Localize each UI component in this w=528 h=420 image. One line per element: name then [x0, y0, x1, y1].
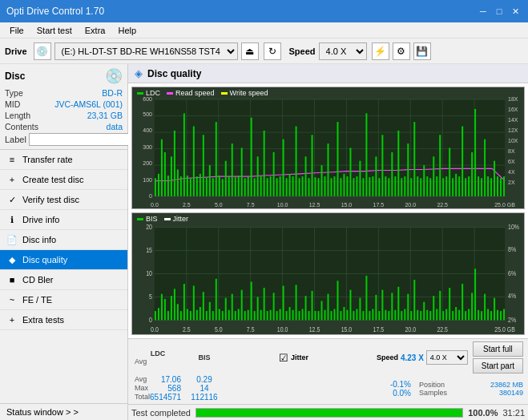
legend-jitter: Jitter: [164, 215, 189, 223]
sidebar-item-disc-quality[interactable]: ◆ Disc quality: [0, 250, 127, 270]
svg-text:17.5: 17.5: [373, 326, 385, 334]
svg-rect-171: [155, 311, 156, 320]
svg-rect-222: [318, 311, 320, 320]
svg-rect-225: [328, 294, 329, 321]
svg-rect-244: [388, 311, 389, 320]
svg-text:20: 20: [146, 223, 152, 231]
start-part-button[interactable]: Start part: [473, 358, 523, 374]
svg-rect-258: [433, 296, 434, 320]
svg-rect-261: [442, 311, 444, 320]
svg-rect-44: [238, 176, 240, 196]
bis-column: BIS: [184, 353, 224, 361]
svg-rect-71: [324, 176, 326, 196]
svg-rect-106: [436, 176, 437, 196]
svg-rect-180: [183, 284, 185, 320]
maximize-button[interactable]: □: [493, 5, 506, 18]
drive-bar: Drive 💿 (E:) HL-DT-ST BD-RE WH16NS58 TST…: [0, 38, 528, 64]
svg-rect-85: [369, 177, 370, 196]
sidebar-item-fe-te[interactable]: ~ FE / TE: [0, 290, 127, 310]
svg-rect-104: [429, 178, 431, 196]
speed-select[interactable]: 4.0 X MAX 8.0 X: [319, 42, 367, 60]
sidebar-item-extra-tests[interactable]: + Extra tests: [0, 310, 127, 330]
svg-rect-96: [404, 176, 405, 196]
eject-button[interactable]: ⏏: [241, 42, 259, 60]
speed-set-button[interactable]: ⚡: [372, 42, 389, 60]
svg-rect-69: [318, 178, 320, 196]
menu-file[interactable]: File: [3, 25, 30, 36]
menu-start-test[interactable]: Start test: [30, 25, 79, 36]
sidebar-item-verify-test-disc[interactable]: ✓ Verify test disc: [0, 190, 127, 210]
svg-rect-223: [321, 301, 323, 320]
svg-rect-259: [436, 309, 437, 321]
svg-rect-75: [337, 122, 338, 196]
speed-value-stats: 4.23 X: [401, 353, 424, 362]
sidebar-item-disc-info[interactable]: 📄 Disc info: [0, 230, 127, 250]
cd-bler-icon: ■: [6, 274, 18, 285]
svg-text:0.0: 0.0: [151, 326, 159, 334]
speed-label-stats: Speed: [377, 353, 398, 361]
svg-rect-278: [497, 310, 498, 321]
position-section: Position 23862 MB Samples 380149: [419, 381, 523, 397]
create-test-disc-icon: +: [6, 174, 18, 185]
menu-help[interactable]: Help: [111, 25, 143, 36]
status-window-button[interactable]: Status window > >: [0, 403, 127, 420]
svg-rect-103: [426, 176, 428, 196]
svg-text:5: 5: [149, 293, 152, 301]
svg-rect-77: [343, 174, 345, 196]
speed-select-stats[interactable]: 4.0 X: [426, 350, 468, 365]
svg-text:12.5: 12.5: [309, 201, 320, 208]
ldc-header: LDC: [133, 349, 183, 357]
legend-read-speed-dot: [167, 92, 173, 95]
svg-text:8%: 8%: [508, 245, 516, 253]
save-button[interactable]: 💾: [413, 42, 431, 60]
svg-rect-83: [362, 178, 364, 196]
svg-rect-54: [270, 176, 272, 196]
jitter-checkbox[interactable]: ☑: [279, 352, 288, 364]
sidebar-item-label: Disc info: [22, 235, 56, 244]
svg-text:4X: 4X: [508, 168, 515, 176]
sidebar-item-drive-info[interactable]: ℹ Drive info: [0, 210, 127, 230]
disc-panel-icon: 💿: [105, 67, 123, 85]
svg-rect-97: [407, 143, 409, 196]
svg-rect-238: [369, 311, 370, 320]
speed-section: Speed 4.23 X 4.0 X: [377, 350, 468, 365]
extra-tests-icon: +: [6, 314, 18, 325]
svg-rect-68: [315, 177, 316, 196]
settings-button[interactable]: ⚙: [393, 42, 410, 60]
quality-icon: ◈: [135, 67, 143, 79]
minimize-button[interactable]: ─: [477, 5, 490, 18]
sidebar-item-create-test-disc[interactable]: + Create test disc: [0, 170, 127, 190]
close-button[interactable]: ✕: [509, 5, 522, 18]
menu-bar: File Start test Extra Help: [0, 22, 528, 38]
refresh-button[interactable]: ↻: [264, 42, 281, 60]
svg-rect-112: [455, 174, 457, 196]
sidebar-item-transfer-rate[interactable]: ≡ Transfer rate: [0, 150, 127, 170]
drive-icon-button[interactable]: 💿: [34, 42, 51, 60]
svg-rect-207: [270, 310, 272, 321]
svg-rect-265: [455, 307, 457, 320]
sidebar: Disc 💿 Type BD-R MID JVC-AMS6L (001) Len…: [0, 64, 128, 420]
svg-rect-208: [273, 293, 275, 320]
disc-label-input[interactable]: [29, 133, 135, 146]
svg-rect-198: [241, 290, 243, 321]
disc-label-label: Label: [5, 135, 26, 144]
svg-rect-33: [203, 135, 204, 196]
sidebar-item-cd-bler[interactable]: ■ CD Bler: [0, 270, 127, 290]
start-full-button[interactable]: Start full: [473, 341, 523, 357]
svg-rect-195: [232, 294, 233, 321]
samples-label: Samples: [419, 389, 447, 397]
stats-values-row: Avg 17.06 Max 568 Total 6514571 0.29 14: [133, 375, 523, 402]
svg-rect-182: [190, 311, 191, 320]
menu-extra[interactable]: Extra: [79, 25, 112, 36]
sidebar-item-label: Verify test disc: [22, 195, 79, 204]
svg-rect-197: [238, 309, 240, 321]
sidebar-item-label: Extra tests: [22, 315, 64, 325]
top-chart-legend: LDC Read speed Write speed: [137, 89, 268, 97]
svg-rect-212: [286, 311, 288, 320]
drive-select[interactable]: (E:) HL-DT-ST BD-RE WH16NS58 TST4: [54, 42, 238, 60]
svg-rect-173: [161, 294, 163, 321]
svg-rect-39: [222, 179, 224, 196]
svg-rect-216: [299, 311, 300, 320]
svg-rect-66: [308, 178, 310, 196]
svg-rect-206: [267, 311, 268, 320]
